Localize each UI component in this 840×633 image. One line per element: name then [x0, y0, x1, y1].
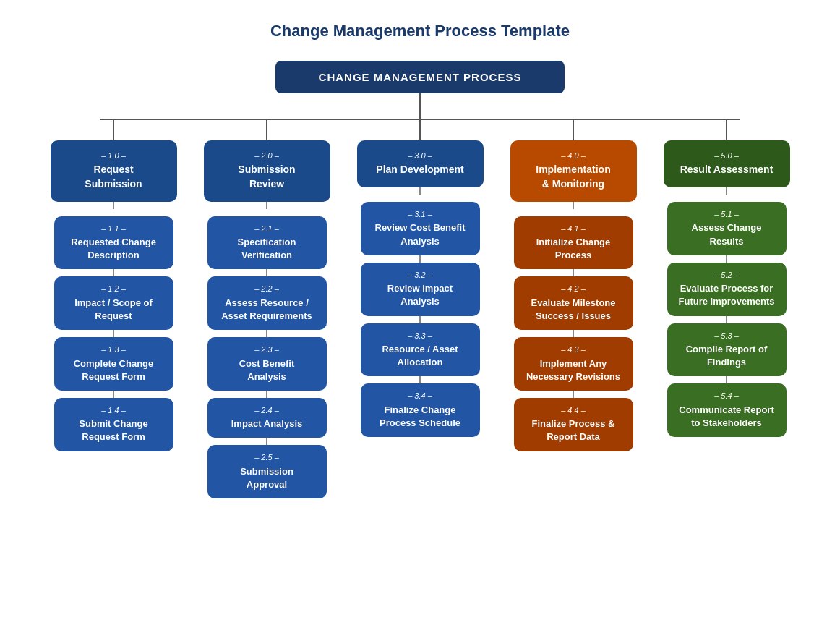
column-col5: – 5.0 –Result Assessment– 5.1 –Assess Ch… [650, 119, 803, 498]
header-node-col1: – 1.0 –RequestSubmission [51, 140, 177, 202]
sub-node-col5-0: – 5.1 –Assess ChangeResults [667, 202, 787, 255]
root-node: CHANGE MANAGEMENT PROCESS [275, 61, 565, 93]
sub-item-row-col2-1: – 2.2 –Assess Resource /Asset Requiremen… [190, 276, 343, 330]
sub-node-col5-1: – 5.2 –Evaluate Process forFuture Improv… [667, 263, 787, 316]
v-connector-col2 [266, 202, 267, 209]
sub-item-row-col5-3: – 5.4 –Communicate Reportto Stakeholders [650, 383, 803, 437]
sub-item-row-col1-2: – 1.3 –Complete ChangeRequest Form [37, 337, 190, 391]
column-col2: – 2.0 –SubmissionReview– 2.1 –Specificat… [190, 119, 343, 498]
sub-node-col2-0: – 2.1 –SpecificationVerification [207, 216, 327, 270]
sub-item-row-col2-0: – 2.1 –SpecificationVerification [190, 216, 343, 270]
sub-item-row-col3-1: – 3.2 –Review ImpactAnalysis [343, 263, 497, 316]
root-connector [419, 93, 421, 119]
v-connector-col5 [726, 187, 727, 195]
sub-node-col3-1: – 3.2 –Review ImpactAnalysis [361, 263, 480, 316]
sub-node-col5-3: – 5.4 –Communicate Reportto Stakeholders [667, 383, 787, 437]
column-col4: – 4.0 –Implementation& Monitoring– 4.1 –… [497, 119, 650, 498]
sub-item-row-col3-3: – 3.4 –Finalize ChangeProcess Schedule [343, 383, 497, 437]
sub-node-col1-3: – 1.4 –Submit ChangeRequest Form [54, 398, 173, 451]
sub-item-row-col2-3: – 2.4 –Impact Analysis [190, 398, 343, 438]
sub-node-col3-2: – 3.3 –Resource / AssetAllocation [361, 323, 480, 377]
sub-node-col4-0: – 4.1 –Initialize ChangeProcess [514, 216, 633, 270]
sub-items-col3: – 3.1 –Review Cost BenefitAnalysis– 3.2 … [343, 202, 497, 437]
sub-items-col4: – 4.1 –Initialize ChangeProcess– 4.2 –Ev… [497, 216, 650, 451]
sub-item-row-col4-3: – 4.4 –Finalize Process &Report Data [497, 398, 650, 451]
sub-item-row-col5-1: – 5.2 –Evaluate Process forFuture Improv… [650, 263, 803, 316]
sub-items-col5: – 5.1 –Assess ChangeResults– 5.2 –Evalua… [650, 202, 803, 437]
sub-node-col5-2: – 5.3 –Compile Report ofFindings [667, 323, 787, 377]
column-col3: – 3.0 –Plan Development– 3.1 –Review Cos… [343, 119, 497, 498]
sub-item-row-col3-0: – 3.1 –Review Cost BenefitAnalysis [343, 202, 497, 255]
sub-item-row-col4-1: – 4.2 –Evaluate MilestoneSuccess / Issue… [497, 276, 650, 330]
header-node-col5: – 5.0 –Result Assessment [664, 140, 790, 187]
v-connector-col4 [573, 202, 574, 209]
header-node-col3: – 3.0 –Plan Development [357, 140, 484, 187]
sub-item-row-col4-2: – 4.3 –Implement AnyNecessary Revisions [497, 337, 650, 391]
sub-items-col2: – 2.1 –SpecificationVerification– 2.2 –A… [190, 216, 343, 499]
sub-item-row-col1-0: – 1.1 –Requested ChangeDescription [37, 216, 190, 270]
sub-item-row-col1-1: – 1.2 –Impact / Scope ofRequest [37, 276, 190, 330]
sub-item-row-col4-0: – 4.1 –Initialize ChangeProcess [497, 216, 650, 270]
columns-container: – 1.0 –RequestSubmission– 1.1 –Requested… [37, 119, 803, 498]
header-node-col4: – 4.0 –Implementation& Monitoring [510, 140, 637, 202]
sub-node-col4-3: – 4.4 –Finalize Process &Report Data [514, 398, 633, 451]
sub-node-col3-0: – 3.1 –Review Cost BenefitAnalysis [361, 202, 480, 255]
sub-node-col1-1: – 1.2 –Impact / Scope ofRequest [54, 276, 173, 330]
sub-item-row-col2-4: – 2.5 –SubmissionApproval [190, 445, 343, 498]
page-title: Change Management Process Template [270, 22, 570, 41]
sub-item-row-col2-2: – 2.3 –Cost BenefitAnalysis [190, 337, 343, 391]
sub-node-col3-3: – 3.4 –Finalize ChangeProcess Schedule [361, 383, 480, 437]
sub-item-row-col1-3: – 1.4 –Submit ChangeRequest Form [37, 398, 190, 451]
v-connector-col3 [419, 187, 421, 195]
sub-items-col1: – 1.1 –Requested ChangeDescription– 1.2 … [37, 216, 190, 451]
sub-node-col1-2: – 1.3 –Complete ChangeRequest Form [54, 337, 173, 391]
sub-node-col4-2: – 4.3 –Implement AnyNecessary Revisions [514, 337, 633, 391]
column-col1: – 1.0 –RequestSubmission– 1.1 –Requested… [37, 119, 190, 498]
sub-node-col2-2: – 2.3 –Cost BenefitAnalysis [207, 337, 327, 391]
sub-node-col2-3: – 2.4 –Impact Analysis [207, 398, 327, 438]
sub-node-col1-0: – 1.1 –Requested ChangeDescription [54, 216, 173, 270]
sub-item-row-col3-2: – 3.3 –Resource / AssetAllocation [343, 323, 497, 377]
header-node-col2: – 2.0 –SubmissionReview [204, 140, 330, 202]
v-connector-col1 [113, 202, 114, 209]
sub-item-row-col5-0: – 5.1 –Assess ChangeResults [650, 202, 803, 255]
sub-item-row-col5-2: – 5.3 –Compile Report ofFindings [650, 323, 803, 377]
sub-node-col2-1: – 2.2 –Assess Resource /Asset Requiremen… [207, 276, 327, 330]
sub-node-col2-4: – 2.5 –SubmissionApproval [207, 445, 327, 498]
sub-node-col4-1: – 4.2 –Evaluate MilestoneSuccess / Issue… [514, 276, 633, 330]
